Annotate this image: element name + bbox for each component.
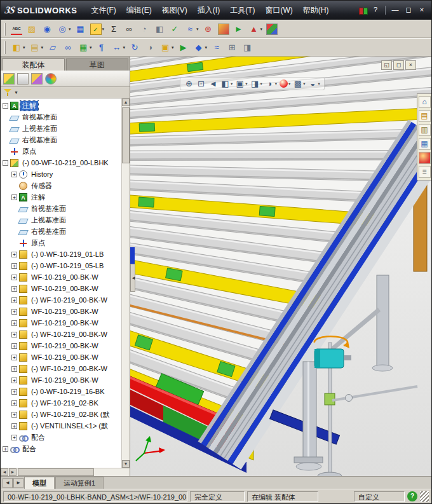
explode-lines-icon[interactable]: ≈ [209,40,224,55]
tree-row[interactable]: + WF-10-219_00-BK-W [1,271,121,283]
insert-components-icon[interactable]: ◧ ▾ [9,40,27,55]
motion-icon[interactable]: ► [231,22,246,37]
filter-funnel-icon[interactable] [4,88,12,97]
tree-row[interactable]: + WF-10-219_00-BK-W [1,351,121,363]
conveyor-assembly-model[interactable] [130,57,431,476]
expand-toggle[interactable]: + [11,194,17,200]
motion-study-icon[interactable]: ▶ [176,40,191,55]
move-component-icon[interactable]: ↔ ▾ [109,40,128,55]
tree-row[interactable]: - 注解 [1,100,121,111]
close-button[interactable]: × [416,5,428,15]
expand-toggle[interactable]: + [11,320,17,326]
format-painter-icon[interactable]: ▨ [24,22,39,37]
menu-view[interactable]: 视图(V) [157,3,192,18]
menu-tools[interactable]: 工具(T) [225,3,260,18]
display-style-icon[interactable]: ◨ ▾ [250,79,262,88]
expand-toggle[interactable]: + [11,412,17,418]
previous-view-icon[interactable]: ◄ [208,79,218,88]
tree-row[interactable]: + WF-10-219_00-BK-W [1,340,121,351]
tree-row[interactable]: + 配合 [1,432,121,443]
custom-props-icon[interactable]: ≡ [419,166,431,178]
smart-fasteners-icon[interactable]: ¶ [94,40,109,55]
expand-toggle[interactable]: + [11,366,17,372]
tree-row[interactable]: - (-) 00-WF-10-219_00-LBHK [1,157,121,168]
view-settings-icon[interactable]: ◒ ▾ [308,79,320,88]
tree-row[interactable]: + (-) WF-10-219_00-BK-W [1,363,121,374]
scroll-tabs-right-button[interactable]: ► [13,478,24,488]
section-view-icon[interactable]: ◧ ▾ [220,79,233,88]
tree-row[interactable]: + (-) VENTILINSEL<1> (默 [1,420,121,432]
tree-row[interactable]: + (-) 0-WF-10-219_05-LB [1,260,121,271]
expand-toggle[interactable]: - [3,103,8,109]
zoom-area-icon[interactable]: ⊡ [196,79,206,88]
panel-collapse-handle[interactable]: ◄ [130,264,135,292]
scroll-down-icon[interactable]: ▼ [122,460,130,468]
toolbar-grip[interactable] [4,41,6,54]
open-document-icon[interactable]: ▤ ▾ [27,40,46,55]
toolbar-grip[interactable] [4,23,6,36]
expand-toggle[interactable]: + [11,343,17,349]
rotate-component-icon[interactable]: ↻ [127,40,142,55]
expand-toggle[interactable]: + [11,275,17,280]
expand-toggle[interactable]: + [3,446,8,452]
simulation-icon[interactable]: ▲ ▾ [246,22,265,37]
exploded-view-icon[interactable]: ◆ ▾ [191,40,210,55]
graphics-area[interactable]: ◱ ◻ × ⊕ ⊡ ◄ [130,57,431,476]
expand-toggle[interactable]: - [3,160,8,166]
measure-icon[interactable]: ∞ [121,22,137,37]
edrawings-icon[interactable]: ◍ [264,22,280,37]
menu-window[interactable]: 窗口(W) [260,3,297,18]
design-checker-icon[interactable]: ✓ ▾ [88,22,107,37]
expand-toggle[interactable]: + [11,309,17,315]
tree-row[interactable]: + (-) WF-10-219_00-BK-W [1,294,121,306]
quick-tips-icon[interactable]: ? [407,491,417,501]
tree-row[interactable]: + (-) 0-WF-10-219_01-LB [1,249,121,260]
import-diagnostics-icon[interactable]: ⊕ [201,22,216,37]
note-icon[interactable]: ◉ [39,22,55,37]
interference-icon[interactable]: ⊞ [224,40,240,55]
spellcheck-icon[interactable]: ABC [9,22,24,37]
hide-show-items-icon[interactable]: ◑ ▾ [265,79,277,88]
tree-row[interactable]: + WF-10-219_00-BK-W [1,306,121,317]
edit-component-icon[interactable]: ▱ [45,40,60,55]
tree-vertical-scrollbar[interactable]: ▲ ▼ [121,99,130,468]
check-icon[interactable]: ✓ [167,22,182,37]
tree-row[interactable]: 上视基准面 [1,123,121,134]
scroll-right-icon[interactable]: ► [9,468,17,476]
tree-row[interactable]: + (-) WF-10-219_02-BK (默 [1,409,121,420]
tree-row[interactable]: 右视基准面 [1,226,121,237]
tab-assembly[interactable]: 装配体 [2,58,65,71]
expand-toggle[interactable]: + [11,435,17,440]
design-library-icon[interactable]: ▤ [419,110,431,122]
tab-model[interactable]: 模型 [24,477,55,489]
expand-toggle[interactable]: + [11,252,17,257]
menu-help[interactable]: 帮助(H) [298,3,334,18]
menu-edit[interactable]: 编辑(E) [121,3,157,18]
tree-row[interactable]: + WF-10-219_00-BK-W [1,317,121,329]
tree-row[interactable]: 上视基准面 [1,214,121,226]
tree-row[interactable]: + WF-10-219_00-BK-W [1,374,121,386]
custom-status[interactable]: 自定义 [354,491,405,502]
expand-toggle[interactable]: + [11,378,17,383]
scrollbar-thumb[interactable] [122,107,130,163]
filter-dropdown-icon[interactable]: ▼ [14,90,18,95]
tree-row[interactable]: 前视基准面 [1,111,121,123]
tree-row[interactable]: + History [1,168,121,180]
appearances-icon[interactable]: ● [419,152,431,164]
minimize-button[interactable]: — [389,5,401,15]
table-icon[interactable]: ▦ [73,22,88,37]
expand-toggle[interactable]: + [11,263,17,269]
scroll-up-icon[interactable]: ▲ [122,99,130,106]
tab-motion-study[interactable]: 运动算例1 [55,477,104,489]
show-hidden-icon[interactable]: ◑ [142,40,158,55]
expand-toggle[interactable]: + [11,286,17,292]
tab-sketch[interactable]: 草图 [66,58,129,71]
photoview-icon[interactable]: ▣ [216,22,231,37]
close-window-icon[interactable]: × [405,60,416,70]
zoom-fit-icon[interactable]: ⊕ [184,79,194,88]
tree-row[interactable]: + 注解 [1,191,121,203]
expand-toggle[interactable]: + [11,389,17,395]
scroll-left-icon[interactable]: ◄ [1,468,8,476]
tree-row[interactable]: + (-) 0-WF-10-219_16-BK [1,386,121,397]
equations-icon[interactable]: Σ [106,22,121,37]
